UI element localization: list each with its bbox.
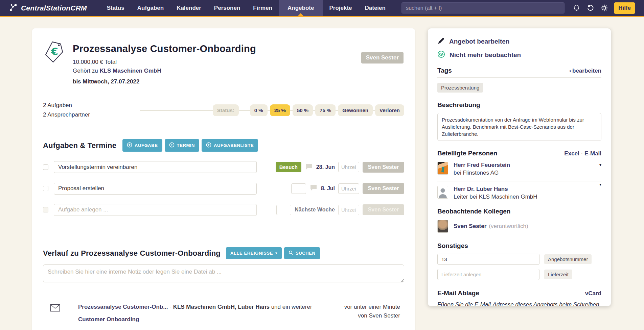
history-buttons: ALLE EREIGNISSE ▾ SUCHEN <box>226 247 320 259</box>
avatar-silhouette <box>437 186 448 199</box>
comment-bubble-icon[interactable] <box>305 163 313 172</box>
task-assignee-badge[interactable]: Sven Sester <box>363 162 404 173</box>
help-button[interactable]: Hilfe <box>614 2 635 14</box>
email-meta: vor unter einer Minute von Sven Sester <box>327 303 400 320</box>
offer-number-input[interactable] <box>437 254 539 265</box>
watchers-heading: Beobachtende Kollegen <box>437 208 601 215</box>
task-due-date[interactable]: 8. Jul <box>321 185 335 192</box>
tags-edit-link[interactable]: ▸bearbeiten <box>570 68 601 74</box>
task-text-input[interactable] <box>54 161 257 173</box>
email-title-link[interactable]: Prozessanalyse Customer-Onb... <box>78 304 168 310</box>
export-excel-link[interactable]: Excel <box>564 150 579 157</box>
category-badge[interactable]: Besuch <box>276 162 301 172</box>
tag-pill[interactable]: Prozessberatung <box>437 83 483 93</box>
brand-name: CentralStationCRM <box>21 4 87 12</box>
status-pill-25-selected[interactable]: 25 % <box>270 104 290 116</box>
deal-title: Prozessanalyse Customer-Onboarding <box>73 43 256 54</box>
unwatch-label: Nicht mehr beobachten <box>450 51 521 59</box>
add-task-label: AUFGABE <box>135 143 158 148</box>
email-body: Prozessanalyse Customer-Onb... · KLS Mas… <box>78 303 336 330</box>
company-link[interactable]: KLS Maschinen GmbH <box>99 68 161 74</box>
settings-gear-icon[interactable] <box>600 4 608 12</box>
unwatch-action[interactable]: Nicht mehr beobachten <box>437 50 601 59</box>
all-events-filter-button[interactable]: ALLE EREIGNISSE ▾ <box>226 247 282 259</box>
person-name-link[interactable]: Herr Dr. Luber Hans <box>454 186 537 193</box>
task-time-input[interactable] <box>338 205 359 215</box>
search-events-button[interactable]: SUCHEN <box>284 247 320 259</box>
email-subject-link[interactable]: Customer Onboarding <box>78 315 139 324</box>
nav-item-personen[interactable]: Personen <box>208 0 247 16</box>
nav-item-firmen[interactable]: Firmen <box>247 0 279 16</box>
caret-down-icon[interactable]: ▾ <box>599 162 601 167</box>
caret-down-icon: ▾ <box>275 251 277 255</box>
task-row-new: Nächste Woche Sven Sester <box>43 199 404 220</box>
history-heading: Verlauf zu Prozessanalyse Customer-Onboa… <box>43 249 221 258</box>
status-pill-50[interactable]: 50 % <box>293 104 313 116</box>
email-recipients-suffix: und ein weiterer <box>271 304 312 310</box>
price-tag-euro-icon: € <box>43 41 65 64</box>
email-filing-head: E-Mail Ablage vCard <box>437 289 601 297</box>
dot-separator: · <box>581 150 583 157</box>
add-tasklist-button[interactable]: AUFGABENLISTE <box>202 139 258 152</box>
add-appointment-button[interactable]: TERMIN <box>165 139 199 152</box>
divider <box>437 77 601 78</box>
watcher-name-link[interactable]: Sven Sester <box>454 223 486 230</box>
tags-heading: Tags <box>437 67 452 74</box>
counts: 2 Aufgaben 2 Ansprechpartner <box>43 101 140 120</box>
email-filing-info: Fügen Sie die E-Mail-Adresse dieses Ange… <box>437 300 601 306</box>
plus-circle-icon <box>127 142 132 149</box>
new-task-input[interactable] <box>54 204 257 216</box>
add-task-button[interactable]: AUFGABE <box>122 139 162 152</box>
nav-item-status[interactable]: Status <box>100 0 131 16</box>
edit-offer-action[interactable]: Angebot bearbeiten <box>437 37 601 46</box>
vcard-link[interactable]: vCard <box>585 290 601 297</box>
brand[interactable]: CentralStationCRM <box>9 3 87 13</box>
history-email-item: vor unter einer Minute von Sven Sester P… <box>43 303 404 330</box>
status-pill-75[interactable]: 75 % <box>315 104 336 116</box>
description-box: Prozessdokumentation von der Anfrage im … <box>437 113 601 141</box>
watch-eye-icon <box>437 50 445 59</box>
status-pill-verloren[interactable]: Verloren <box>375 104 404 116</box>
status-pill-0[interactable]: 0 % <box>250 104 268 116</box>
caret-down-icon[interactable]: ▾ <box>599 182 601 187</box>
deal-total: 10.000,00 € Total <box>73 59 117 65</box>
persons-head: Beteiligte Personen Excel · E-Mail <box>437 150 601 157</box>
nav-item-projekte[interactable]: Projekte <box>323 0 358 16</box>
description-heading: Beschreibung <box>437 101 601 109</box>
task-time-input[interactable] <box>338 162 359 172</box>
task-due-date-default[interactable]: Nächste Woche <box>295 207 335 213</box>
person-detail: bei Flinstones AG <box>454 170 510 176</box>
comment-bubble-icon[interactable] <box>309 184 318 193</box>
edit-offer-label: Angebot bearbeiten <box>449 38 509 45</box>
deal-header: € Prozessanalyse Customer-Onboarding 10.… <box>43 41 404 85</box>
offer-number-row: Angebotsnummer <box>437 254 601 265</box>
person-name-link[interactable]: Herr Fred Feuerstein <box>454 162 510 169</box>
nav-item-kalender[interactable]: Kalender <box>170 0 208 16</box>
delivery-time-input[interactable] <box>437 269 539 280</box>
history-icon[interactable] <box>586 4 595 12</box>
avatar-sven-sester <box>437 220 448 233</box>
nav-item-angebote-active[interactable]: Angebote <box>279 0 323 16</box>
export-email-link[interactable]: E-Mail <box>584 150 601 157</box>
deal-main-card: € Prozessanalyse Customer-Onboarding 10.… <box>32 28 415 330</box>
task-checkbox[interactable] <box>43 164 48 170</box>
task-text-input[interactable] <box>54 183 257 195</box>
task-time-input[interactable] <box>338 183 359 194</box>
task-assignee-badge[interactable]: Sven Sester <box>363 183 404 194</box>
nav-item-aufgaben[interactable]: Aufgaben <box>131 0 170 16</box>
notifications-bell-icon[interactable] <box>572 4 581 12</box>
category-empty-box[interactable] <box>276 205 291 215</box>
status-pill-gewonnen[interactable]: Gewonnen <box>338 104 373 116</box>
category-empty-box[interactable] <box>291 183 306 194</box>
add-appointment-label: TERMIN <box>177 143 195 148</box>
task-list: Besuch 28. Jun Sven Sester 8. Jul Sven S… <box>43 156 404 220</box>
top-navbar: CentralStationCRM Status Aufgaben Kalend… <box>0 0 644 17</box>
person-detail: Leiter bei KLS Maschinen GmbH <box>454 194 537 200</box>
task-due-date[interactable]: 28. Jun <box>316 164 335 170</box>
note-input[interactable] <box>43 264 404 282</box>
task-checkbox[interactable] <box>43 186 48 191</box>
search-input[interactable] <box>401 2 565 14</box>
watcher-row: Sven Sester (verantwortlich) <box>437 220 601 233</box>
nav-item-dateien[interactable]: Dateien <box>359 0 392 16</box>
persons-heading: Beteiligte Personen <box>437 150 497 157</box>
